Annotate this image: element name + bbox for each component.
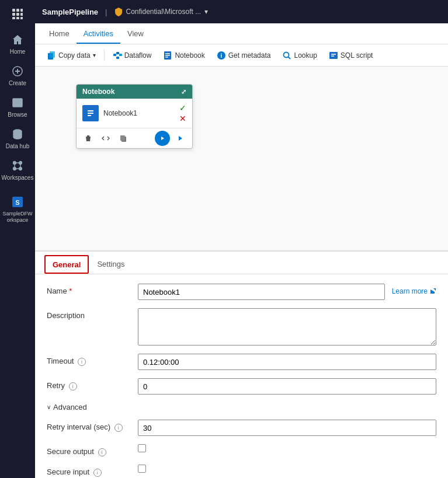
svg-rect-35: [88, 110, 93, 111]
svg-point-14: [13, 162, 16, 165]
timeout-input[interactable]: [138, 354, 436, 370]
nav-tabs: Home Activities View: [35, 23, 448, 44]
metadata-button[interactable]: i Get metadata: [212, 48, 276, 62]
retry-info-icon[interactable]: i: [69, 382, 77, 390]
secure-input-checkbox[interactable]: [138, 465, 146, 473]
svg-rect-39: [120, 135, 125, 141]
svg-rect-2: [20, 9, 23, 12]
create-icon: [11, 64, 25, 78]
svg-point-32: [284, 52, 289, 57]
code-action-button[interactable]: [99, 131, 113, 145]
secure-input-label: Secure input i: [47, 465, 129, 477]
activity-badges: ✓ ✕: [179, 103, 186, 123]
svg-rect-27: [165, 53, 170, 54]
tab-general[interactable]: General: [44, 255, 89, 274]
retry-row: Retry i: [47, 378, 436, 395]
x-badge: ✕: [179, 114, 186, 123]
retry-interval-info-icon[interactable]: i: [114, 424, 123, 432]
workspace-info: Confidential\Microsoft ... ▾: [114, 7, 208, 16]
learn-more-link[interactable]: Learn more: [392, 284, 436, 295]
svg-rect-28: [165, 55, 170, 56]
sidebar-item-label: SampleDFWorkspace: [2, 211, 32, 224]
name-label: Name: [47, 284, 129, 295]
svg-rect-21: [50, 51, 55, 58]
sidebar-item-home[interactable]: Home: [0, 28, 35, 60]
run-action-button[interactable]: [155, 131, 170, 146]
description-row: Description: [47, 308, 436, 346]
tab-view[interactable]: View: [120, 25, 151, 44]
tab-home[interactable]: Home: [42, 25, 77, 44]
svg-rect-6: [12, 17, 15, 19]
toolbar: Copy data ▾ Dataflow Notebook: [35, 44, 448, 67]
svg-rect-36: [88, 113, 93, 114]
copy-action-button[interactable]: [116, 131, 130, 145]
bottom-panel: General Settings Name Learn more: [35, 250, 448, 478]
retry-interval-input[interactable]: [138, 420, 436, 436]
timeout-row: Timeout i: [47, 354, 436, 370]
activity-card-actions: [77, 128, 192, 148]
copy-data-button[interactable]: Copy data ▾: [42, 48, 100, 62]
svg-rect-33: [329, 52, 338, 59]
notebook-button[interactable]: Notebook: [158, 48, 209, 62]
sidebar-item-label: Home: [10, 48, 26, 55]
sql-script-button[interactable]: SQL script: [324, 48, 378, 62]
sidebar-item-datahub[interactable]: Data hub: [0, 123, 35, 154]
timeout-info-icon[interactable]: i: [78, 358, 86, 366]
external-link-icon: [429, 288, 436, 295]
name-input[interactable]: [138, 284, 385, 300]
chevron-down-icon: ∨: [47, 404, 51, 410]
sql-icon: [329, 51, 338, 60]
shield-icon: [114, 7, 123, 16]
sidebar-item-create[interactable]: Create: [0, 60, 35, 91]
dataflow-icon: [113, 51, 122, 60]
secure-input-info-icon[interactable]: i: [93, 469, 102, 477]
secure-input-row: Secure input i: [47, 465, 436, 477]
home-icon: [11, 33, 25, 47]
tab-activities[interactable]: Activities: [77, 25, 120, 44]
expand-icon[interactable]: ⤢: [181, 88, 186, 96]
sidebar-item-browse[interactable]: Browse: [0, 91, 35, 123]
svg-point-16: [13, 168, 16, 170]
svg-rect-8: [20, 17, 23, 19]
activity-card-notebook-icon: [82, 105, 99, 121]
sidebar: Home Create Browse: [0, 0, 35, 478]
retry-interval-label: Retry interval (sec) i: [47, 420, 129, 432]
svg-rect-23: [116, 52, 119, 54]
timeout-label: Timeout i: [47, 354, 129, 366]
retry-input[interactable]: [138, 378, 436, 395]
svg-rect-5: [20, 13, 23, 16]
dropdown-chevron[interactable]: ▾: [93, 52, 96, 58]
retry-interval-row: Retry interval (sec) i: [47, 420, 436, 436]
activity-card: Notebook ⤢ Notebook1 ✓ ✕: [76, 84, 193, 149]
lookup-icon: [282, 51, 291, 60]
secure-output-checkbox[interactable]: [138, 444, 146, 452]
datahub-icon: [11, 127, 25, 141]
advanced-toggle[interactable]: ∨ Advanced: [47, 403, 436, 411]
svg-rect-22: [113, 54, 116, 56]
sidebar-item-sampleworkspace[interactable]: S SampleDFWorkspace: [0, 190, 35, 228]
panel-tabs: General Settings: [35, 252, 448, 274]
secure-output-label: Secure output i: [47, 444, 129, 456]
svg-rect-1: [16, 9, 19, 12]
delete-action-button[interactable]: [81, 131, 95, 145]
svg-rect-25: [119, 54, 122, 56]
chevron-down-icon[interactable]: ▾: [204, 8, 208, 16]
svg-text:i: i: [220, 53, 222, 59]
dataflow-button[interactable]: Dataflow: [108, 48, 157, 62]
svg-point-15: [19, 162, 22, 165]
description-input[interactable]: [138, 308, 436, 346]
sidebar-item-workspaces[interactable]: Workspaces: [0, 154, 35, 186]
tab-settings[interactable]: Settings: [89, 255, 133, 274]
svg-rect-12: [15, 104, 19, 106]
canvas-area[interactable]: Notebook ⤢ Notebook1 ✓ ✕: [35, 67, 448, 250]
lookup-button[interactable]: Lookup: [277, 48, 321, 62]
sidebar-item-label: Create: [9, 80, 26, 86]
topbar-divider: |: [105, 8, 107, 16]
metadata-icon: i: [217, 51, 226, 60]
secure-output-info-icon[interactable]: i: [98, 448, 106, 456]
workspace-name: Confidential\Microsoft ...: [126, 8, 201, 16]
description-label: Description: [47, 308, 129, 320]
apps-icon[interactable]: [8, 5, 27, 23]
next-action-button[interactable]: [173, 131, 187, 145]
secure-output-row: Secure output i: [47, 444, 436, 456]
